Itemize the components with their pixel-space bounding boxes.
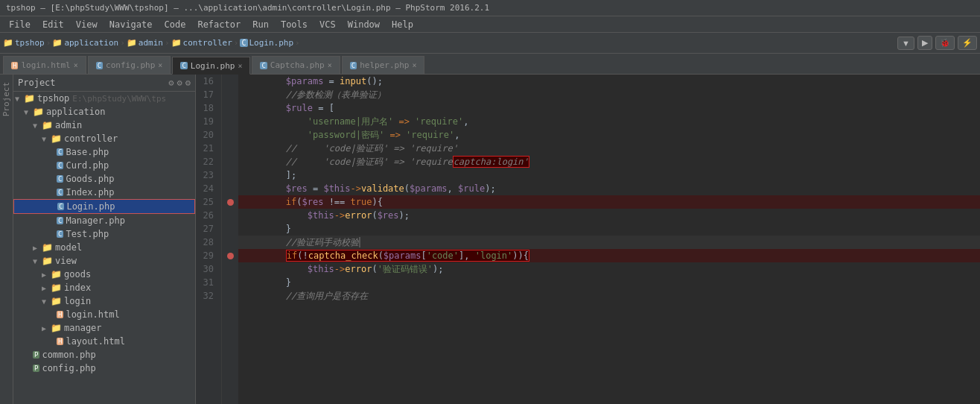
tab-config-php[interactable]: C config.php × (88, 56, 171, 74)
menu-run[interactable]: Run (246, 18, 275, 31)
file-icon-config-php: P (33, 364, 39, 372)
menu-vcs[interactable]: VCS (314, 18, 342, 31)
menu-bar: File Edit View Navigate Code Refactor Ru… (0, 16, 980, 33)
sidebar-toolbar: ⚙ ⚙ ⚙ (168, 78, 191, 88)
run-btn[interactable]: ▶ (917, 36, 932, 50)
tree-arrow-model: ▶ (33, 244, 42, 252)
tree-label-common-php: common.php (42, 350, 95, 360)
menu-code[interactable]: Code (159, 18, 192, 31)
breadcrumb-root[interactable]: tpshop (15, 38, 45, 48)
file-icon-manager-php: C (57, 217, 63, 224)
settings-icon[interactable]: ⚙ (185, 78, 191, 88)
tab-captcha-php[interactable]: C Captcha.php × (252, 56, 340, 74)
tree-item-view[interactable]: ▼ 📁 view (13, 254, 195, 268)
toolbar: 📁 tpshop › 📁 application › 📁 admin › 📁 c… (0, 33, 980, 54)
project-sidebar-tab[interactable]: Project (0, 75, 13, 404)
code-line-26: $this->error($res); (238, 209, 980, 222)
file-icon-login-php: C (57, 203, 64, 210)
gear-icon[interactable]: ⚙ (177, 78, 182, 88)
tree-item-manager-php[interactable]: C Manager.php (13, 214, 195, 227)
tree-item-tpshop[interactable]: ▼ 📁 tpshop E:\phpStudy\WWW\tps (13, 92, 195, 105)
main-area: Project Project ⚙ ⚙ ⚙ ▼ 📁 tpshop E:\phpS… (0, 75, 980, 404)
code-editor[interactable]: 16 17 18 19 20 21 22 23 24 25 26 27 28 2… (196, 75, 980, 404)
file-icon-layout-html: H (57, 338, 63, 345)
ln-26: 26 (196, 209, 217, 222)
menu-navigate[interactable]: Navigate (104, 18, 159, 31)
tree-item-login-html[interactable]: H login.html (13, 308, 195, 321)
breadcrumb-controller[interactable]: controller (183, 38, 232, 48)
menu-window[interactable]: Window (342, 18, 386, 31)
tree-arrow-manager: ▶ (42, 324, 51, 332)
code-line-30: $this->error('验证码错误'); (238, 262, 980, 276)
tree-item-admin[interactable]: ▼ 📁 admin (13, 119, 195, 132)
menu-view[interactable]: View (70, 18, 104, 31)
code-line-23: ]; (238, 168, 980, 182)
tab-close-login-html[interactable]: × (74, 61, 78, 69)
tree-item-common-php[interactable]: P common.php (13, 348, 195, 362)
tree-item-layout-html[interactable]: H layout.html (13, 335, 195, 348)
tree-item-manager-folder[interactable]: ▶ 📁 manager (13, 321, 195, 335)
menu-edit[interactable]: Edit (36, 18, 70, 31)
file-icon-curd-php: C (57, 162, 63, 169)
ln-32: 32 (196, 289, 217, 303)
tree-item-application[interactable]: ▼ 📁 application (13, 105, 195, 119)
tree-item-index-folder[interactable]: ▶ 📁 index (13, 281, 195, 294)
breadcrumb-application[interactable]: application (64, 38, 118, 48)
menu-refactor[interactable]: Refactor (191, 18, 246, 31)
coverage-btn[interactable]: ⚡ (958, 36, 977, 50)
folder-icon-model: 📁 (42, 242, 53, 253)
sync-icon[interactable]: ⚙ (168, 78, 174, 88)
gc-31 (222, 276, 238, 289)
gc-22 (222, 155, 238, 168)
sidebar-header: Project ⚙ ⚙ ⚙ (13, 75, 195, 92)
breadcrumb-file[interactable]: Login.php (249, 38, 294, 48)
tree-item-model[interactable]: ▶ 📁 model (13, 241, 195, 254)
code-line-18: $rule = [ (238, 101, 980, 115)
tree-item-base-php[interactable]: C Base.php (13, 145, 195, 159)
gc-28 (222, 236, 238, 249)
tab-close-helper-php[interactable]: × (412, 61, 416, 69)
tab-login-php[interactable]: C Login.php × (172, 57, 250, 75)
tab-login-html[interactable]: H login.html × (3, 56, 86, 74)
tree-item-controller[interactable]: ▼ 📁 controller (13, 132, 195, 145)
tree-item-curd-php[interactable]: C Curd.php (13, 159, 195, 172)
tree-item-login-folder[interactable]: ▼ 📁 login (13, 294, 195, 308)
folder-icon-login: 📁 (51, 296, 62, 306)
code-line-19: 'username|用户名' => 'require', (238, 115, 980, 128)
tab-icon-login-html: H (11, 62, 18, 69)
menu-file[interactable]: File (3, 18, 36, 31)
tree-label-application: application (46, 107, 105, 117)
tab-close-login-php[interactable]: × (238, 62, 242, 70)
tree-item-goods-folder[interactable]: ▶ 📁 goods (13, 268, 195, 281)
tree-label-index-folder: index (64, 283, 91, 293)
code-line-29: if(!captcha_check($params['code'], 'logi… (238, 249, 980, 262)
tree-item-config-php[interactable]: P config.php (13, 362, 195, 375)
code-line-24: $res = $this->validate($params, $rule); (238, 182, 980, 195)
tree-item-test-php[interactable]: C Test.php (13, 227, 195, 241)
menu-help[interactable]: Help (386, 18, 419, 31)
menu-tools[interactable]: Tools (275, 18, 314, 31)
debug-btn[interactable]: 🐞 (935, 36, 955, 50)
tab-helper-php[interactable]: C helper.php × (342, 56, 425, 74)
line-numbers: 16 17 18 19 20 21 22 23 24 25 26 27 28 2… (196, 75, 222, 404)
tree-item-goods-php[interactable]: C Goods.php (13, 172, 195, 186)
gc-18 (222, 101, 238, 115)
gc-30 (222, 262, 238, 276)
folder-icon-index: 📁 (51, 283, 62, 293)
code-line-22: // 'code|验证码' => 'requirecaptcha:login' (238, 155, 980, 168)
tree-label-config-php: config.php (42, 363, 95, 373)
tree-label-manager-php: Manager.php (66, 215, 124, 226)
gc-21 (222, 142, 238, 155)
breadcrumb-admin[interactable]: admin (139, 38, 163, 48)
code-lines[interactable]: $params = input(); //参数检测（表单验证） $rule = … (238, 75, 980, 404)
tree-item-login-php[interactable]: C Login.php (13, 199, 195, 214)
tree-label-tpshop: tpshop (37, 93, 69, 104)
tree-item-index-php[interactable]: C Index.php (13, 186, 195, 199)
dropdown-btn[interactable]: ▼ (897, 37, 914, 50)
breadcrumb: 📁 tpshop › 📁 application › 📁 admin › 📁 c… (3, 38, 894, 48)
folder-icon-goods: 📁 (51, 269, 62, 280)
tree-label-test-php: Test.php (66, 229, 109, 239)
tab-close-config-php[interactable]: × (158, 61, 162, 69)
code-line-27: } (238, 222, 980, 236)
tab-close-captcha-php[interactable]: × (328, 61, 332, 69)
